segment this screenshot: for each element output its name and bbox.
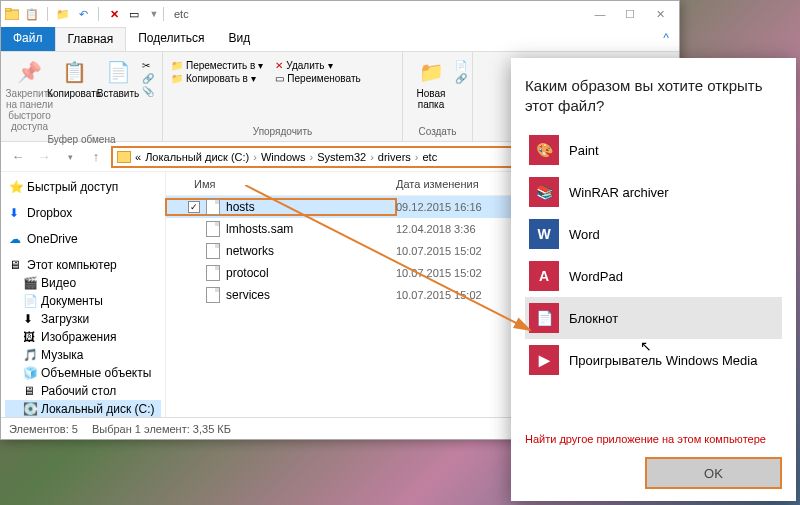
nav-pictures[interactable]: 🖼Изображения — [5, 328, 161, 346]
cut-icon[interactable]: ✂ — [142, 60, 154, 71]
titlebar: 📋 📁 ↶ ✕ ▭ ▼ etc — ☐ ✕ — [1, 1, 679, 27]
nav-music[interactable]: 🎵Музыка — [5, 346, 161, 364]
copy-to-button[interactable]: 📁 Копировать в ▾ — [171, 73, 263, 84]
column-name[interactable]: Имя — [194, 178, 215, 190]
word-icon: W — [529, 219, 559, 249]
nav-cdrive[interactable]: 💽Локальный диск (C:) — [5, 400, 161, 417]
nav-quick-access[interactable]: ⭐Быстрый доступ — [5, 178, 161, 196]
forward-button[interactable]: → — [33, 146, 55, 168]
nav-dropbox[interactable]: ⬇Dropbox — [5, 204, 161, 222]
app-item-word[interactable]: WWord — [525, 213, 782, 255]
nav-pane: ⭐Быстрый доступ ⬇Dropbox ☁OneDrive 🖥Этот… — [1, 172, 166, 417]
maximize-button[interactable]: ☐ — [615, 3, 645, 25]
delete-button[interactable]: ✕ Удалить ▾ — [275, 60, 360, 71]
paste-shortcut-icon[interactable]: 📎 — [142, 86, 154, 97]
file-icon — [206, 199, 220, 215]
tab-home[interactable]: Главная — [55, 27, 127, 51]
rename-button[interactable]: ▭ Переименовать — [275, 73, 360, 84]
nav-this-pc[interactable]: 🖥Этот компьютер — [5, 256, 161, 274]
item-count: Элементов: 5 — [9, 423, 78, 435]
properties-icon[interactable]: 📋 — [25, 7, 39, 21]
new-folder-icon[interactable]: 📁 — [56, 7, 70, 21]
copy-path-icon[interactable]: 🔗 — [142, 73, 154, 84]
close-button[interactable]: ✕ — [645, 3, 675, 25]
app-item-winrar[interactable]: 📚WinRAR archiver — [525, 171, 782, 213]
tab-view[interactable]: Вид — [216, 27, 262, 51]
column-date[interactable]: Дата изменения — [396, 178, 516, 190]
ribbon-tabs: Файл Главная Поделиться Вид ^ — [1, 27, 679, 52]
selection-info: Выбран 1 элемент: 3,35 КБ — [92, 423, 231, 435]
file-icon — [206, 221, 220, 237]
easy-access-icon[interactable]: 🔗 — [455, 73, 467, 84]
delete-icon[interactable]: ✕ — [107, 7, 121, 21]
tab-file[interactable]: Файл — [1, 27, 55, 51]
notepad-icon: 📄 — [529, 303, 559, 333]
winrar-icon: 📚 — [529, 177, 559, 207]
ribbon-toggle-icon[interactable]: ^ — [653, 27, 679, 51]
folder-icon — [117, 151, 131, 163]
new-item-icon[interactable]: 📄 — [455, 60, 467, 71]
nav-3d-objects[interactable]: 🧊Объемные объекты — [5, 364, 161, 382]
folder-icon — [5, 7, 19, 21]
paint-icon: 🎨 — [529, 135, 559, 165]
paste-button[interactable]: 📄Вставить — [98, 56, 138, 101]
app-item-notepad[interactable]: 📄Блокнот — [525, 297, 782, 339]
file-icon — [206, 243, 220, 259]
nav-onedrive[interactable]: ☁OneDrive — [5, 230, 161, 248]
svg-rect-1 — [5, 8, 11, 11]
file-checkbox[interactable]: ✓ — [188, 201, 200, 213]
find-other-app-link[interactable]: Найти другое приложение на этом компьюте… — [525, 433, 782, 445]
minimize-button[interactable]: — — [585, 3, 615, 25]
undo-icon[interactable]: ↶ — [76, 7, 90, 21]
app-item-wmp[interactable]: ▶Проигрыватель Windows Media — [525, 339, 782, 381]
tab-share[interactable]: Поделиться — [126, 27, 216, 51]
file-icon — [206, 287, 220, 303]
dialog-title: Каким образом вы хотите открыть этот фай… — [525, 76, 782, 115]
rename-icon[interactable]: ▭ — [127, 7, 141, 21]
window-title: etc — [174, 8, 189, 20]
recent-dropdown-icon[interactable]: ▾ — [59, 146, 81, 168]
open-with-dialog: Каким образом вы хотите открыть этот фай… — [511, 58, 796, 501]
new-folder-button[interactable]: 📁Новая папка — [411, 56, 451, 112]
app-item-wordpad[interactable]: AWordPad — [525, 255, 782, 297]
file-icon — [206, 265, 220, 281]
wmp-icon: ▶ — [529, 345, 559, 375]
copy-button[interactable]: 📋Копировать — [54, 56, 94, 101]
ok-button[interactable]: OK — [645, 457, 782, 489]
pin-button[interactable]: 📌Закрепить на панели быстрого доступа — [9, 56, 50, 134]
up-button[interactable]: ↑ — [85, 146, 107, 168]
wordpad-icon: A — [529, 261, 559, 291]
nav-videos[interactable]: 🎬Видео — [5, 274, 161, 292]
nav-downloads[interactable]: ⬇Загрузки — [5, 310, 161, 328]
qat-dropdown-icon[interactable]: ▼ — [147, 7, 161, 21]
nav-documents[interactable]: 📄Документы — [5, 292, 161, 310]
app-item-paint[interactable]: 🎨Paint — [525, 129, 782, 171]
move-to-button[interactable]: 📁 Переместить в ▾ — [171, 60, 263, 71]
back-button[interactable]: ← — [7, 146, 29, 168]
nav-desktop[interactable]: 🖥Рабочий стол — [5, 382, 161, 400]
